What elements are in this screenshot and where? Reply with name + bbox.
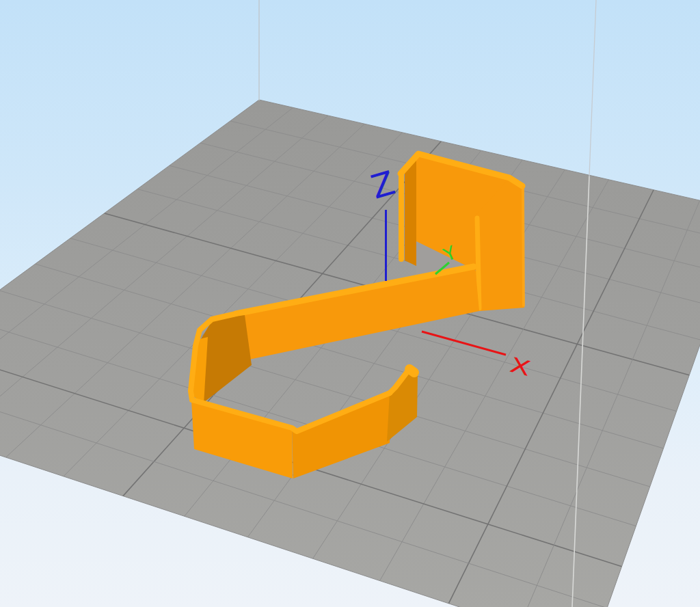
model-u-right-outer-edge[interactable] (523, 187, 524, 306)
build-plate-surface (0, 100, 700, 607)
guide-line-right-sky (589, 0, 596, 176)
viewport-3d-canvas[interactable]: Z Y X (0, 0, 700, 607)
model-loop-tip-edge[interactable] (409, 369, 414, 373)
build-plate (0, 100, 700, 607)
viewport-3d[interactable]: Z Y X (0, 0, 700, 607)
model-u-left-inner-face[interactable] (405, 156, 416, 266)
